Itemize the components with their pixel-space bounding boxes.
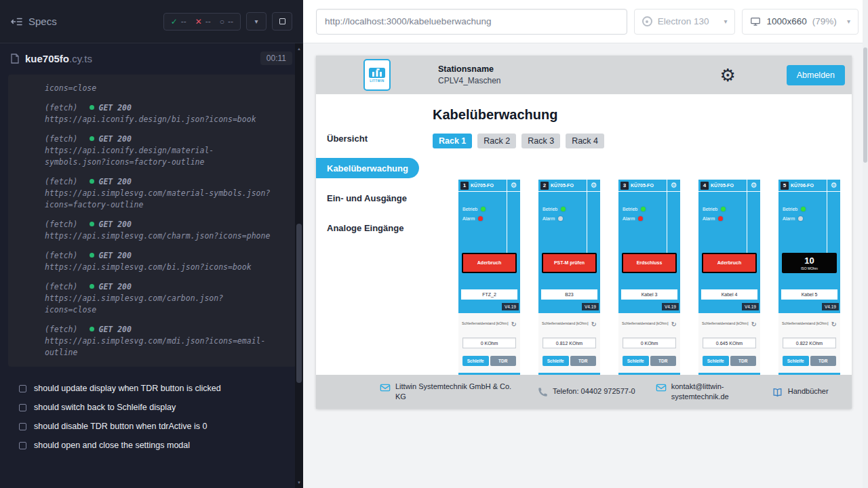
littwin-logo-text: LITTWIN bbox=[370, 79, 384, 83]
sidebar-item[interactable]: Übersicht bbox=[316, 128, 425, 148]
fetch-log-line: (fetch)GET 200 bbox=[45, 219, 284, 230]
card-settings-gear-icon[interactable]: ⚙ bbox=[591, 182, 597, 189]
refresh-icon[interactable]: ↻ bbox=[591, 321, 597, 328]
card-settings-gear-icon[interactable]: ⚙ bbox=[511, 182, 517, 189]
tdr-button[interactable]: TDR bbox=[570, 356, 597, 366]
fetch-log-line: (fetch)GET 200 bbox=[45, 102, 284, 114]
fetch-log-entry[interactable]: (fetch)GET 200https://api.simplesvg.com/… bbox=[45, 219, 284, 242]
tdr-button[interactable]: TDR bbox=[490, 356, 517, 366]
mail-icon bbox=[380, 382, 391, 393]
sidebar: ÜbersichtKabelüberwachungEin- und Ausgän… bbox=[316, 94, 425, 375]
page-scrollbar-thumb[interactable] bbox=[863, 47, 867, 163]
card-settings-gear-icon[interactable]: ⚙ bbox=[831, 182, 837, 189]
url-bar[interactable] bbox=[316, 9, 627, 35]
settings-gear-icon[interactable]: ⚙ bbox=[719, 66, 735, 84]
led-green-dot bbox=[561, 207, 566, 211]
mail-icon bbox=[656, 382, 667, 393]
request-url: https://api.simplesvg.com/bi.json?icons=… bbox=[45, 262, 273, 273]
status-error-text: Erdschluss bbox=[623, 254, 675, 272]
led-green-dot bbox=[801, 207, 806, 211]
refresh-icon[interactable]: ↻ bbox=[511, 321, 517, 328]
tdr-button[interactable]: TDR bbox=[650, 356, 677, 366]
http-status: GET 200 bbox=[98, 220, 131, 229]
runner-scrollbar-thumb[interactable] bbox=[296, 224, 302, 383]
rack-tabs: Rack 1Rack 2Rack 3Rack 4 bbox=[433, 134, 852, 148]
phone-icon bbox=[538, 387, 548, 397]
test-title-row[interactable]: should switch back to Schleife display bbox=[19, 398, 303, 417]
schleife-button[interactable]: Schleife bbox=[783, 356, 809, 366]
card-number-badge: 2 bbox=[540, 182, 549, 190]
test-title-row[interactable]: should open and close the settings modal bbox=[19, 436, 303, 455]
station-label: Stationsname bbox=[438, 64, 501, 74]
fetch-log-entry[interactable]: (fetch)GET 200https://api.iconify.design… bbox=[45, 134, 284, 168]
book-icon bbox=[772, 387, 783, 398]
browser-select[interactable]: Electron 130 ▾ bbox=[634, 9, 736, 35]
logout-button[interactable]: Abmelden bbox=[787, 65, 845, 85]
fetch-label: (fetch) bbox=[45, 220, 77, 229]
card-header-row: 4KÜ705-FO⚙ bbox=[698, 180, 760, 192]
firmware-version-badge: V4.19 bbox=[662, 303, 679, 310]
tab-rack-1[interactable]: Rack 1 bbox=[433, 134, 472, 148]
spec-header[interactable]: kue705fo.cy.ts 00:11 bbox=[0, 43, 303, 73]
fetch-log-entry[interactable]: (fetch)GET 200https://api.simplesvg.com/… bbox=[45, 176, 284, 211]
card-model-label: KÜ705-FO bbox=[551, 183, 574, 188]
led-green-dot bbox=[481, 207, 486, 211]
card-settings-gear-icon[interactable]: ⚙ bbox=[671, 182, 677, 189]
refresh-icon[interactable]: ↻ bbox=[671, 321, 677, 328]
success-dot-icon bbox=[90, 136, 94, 141]
http-status: GET 200 bbox=[98, 177, 131, 186]
sidebar-item[interactable]: Kabelüberwachung bbox=[316, 158, 419, 178]
schleife-button[interactable]: Schleife bbox=[542, 356, 569, 366]
footer-text: kontakt@littwin-systemtechnik.de bbox=[671, 382, 751, 402]
tdr-button[interactable]: TDR bbox=[810, 356, 837, 366]
led-green-dot bbox=[641, 207, 646, 211]
resistance-label: Schleifenwiderstand [kOhm] bbox=[462, 321, 508, 325]
resistance-label: Schleifenwiderstand [kOhm] bbox=[782, 321, 828, 325]
fetch-log-entry[interactable]: (fetch)GET 200https://api.iconify.design… bbox=[45, 102, 284, 125]
sidebar-item[interactable]: Ein- und Ausgänge bbox=[316, 188, 425, 208]
led-red-dot bbox=[478, 216, 483, 221]
fetch-log-entry[interactable]: (fetch)GET 200https://api.simplesvg.com/… bbox=[45, 250, 284, 273]
firmware-version-badge: V4.19 bbox=[822, 303, 839, 310]
tab-rack-4[interactable]: Rack 4 bbox=[566, 134, 604, 148]
tab-rack-2[interactable]: Rack 2 bbox=[477, 134, 516, 148]
refresh-icon[interactable]: ↻ bbox=[751, 321, 757, 328]
fetch-label: (fetch) bbox=[45, 325, 77, 334]
log-continuation-line: icons=close bbox=[45, 83, 284, 94]
status-error-text: PST-M prüfen bbox=[543, 254, 595, 272]
viewport-select[interactable]: 1000x660 (79%) ▾ bbox=[742, 9, 859, 35]
stop-button[interactable] bbox=[272, 12, 292, 30]
specs-menu-button[interactable]: Specs bbox=[11, 16, 57, 27]
pending-stat: ○-- bbox=[220, 17, 233, 26]
resistance-value: 0 KOhm bbox=[462, 338, 516, 348]
viewport-zoom: (79%) bbox=[812, 16, 837, 26]
tdr-button[interactable]: TDR bbox=[730, 356, 757, 366]
footer-item: Telefon: 04402 972577-0 bbox=[538, 386, 635, 397]
app-body: ÜbersichtKabelüberwachungEin- und Ausgän… bbox=[316, 94, 852, 375]
card-settings-gear-icon[interactable]: ⚙ bbox=[751, 182, 757, 189]
led-red-dot bbox=[638, 216, 643, 221]
scroll-up-icon[interactable]: ▲ bbox=[295, 45, 303, 53]
sidebar-item[interactable]: Analoge Eingänge bbox=[316, 218, 425, 238]
refresh-icon[interactable]: ↻ bbox=[831, 321, 837, 328]
schleife-button[interactable]: Schleife bbox=[623, 356, 649, 366]
runner-scrollbar[interactable]: ▲ ▼ bbox=[295, 43, 303, 488]
success-dot-icon bbox=[90, 253, 94, 258]
fetch-label: (fetch) bbox=[45, 251, 77, 260]
test-title-row[interactable]: should update display when TDR button is… bbox=[19, 379, 303, 398]
footer-item: Handbücher bbox=[772, 386, 829, 398]
test-box-icon bbox=[19, 423, 26, 430]
test-title-row[interactable]: should disable TDR button when tdrActive… bbox=[19, 417, 303, 436]
tab-rack-3[interactable]: Rack 3 bbox=[521, 134, 560, 148]
fetch-log-entry[interactable]: (fetch)GET 200https://api.simplesvg.com/… bbox=[45, 281, 284, 316]
fetch-log-entry[interactable]: (fetch)GET 200https://api.simplesvg.com/… bbox=[45, 324, 284, 359]
schleife-button[interactable]: Schleife bbox=[703, 356, 729, 366]
status-error-text: Aderbruch bbox=[463, 254, 515, 272]
scroll-down-icon[interactable]: ▼ bbox=[295, 479, 303, 487]
success-dot-icon bbox=[90, 327, 94, 331]
schleife-button[interactable]: Schleife bbox=[462, 356, 489, 366]
page-scrollbar[interactable] bbox=[863, 0, 868, 488]
collapse-all-button[interactable]: ▾ bbox=[246, 12, 267, 30]
footer-item: kontakt@littwin-systemtechnik.de bbox=[656, 382, 751, 402]
status-display: Aderbruch bbox=[702, 253, 757, 273]
